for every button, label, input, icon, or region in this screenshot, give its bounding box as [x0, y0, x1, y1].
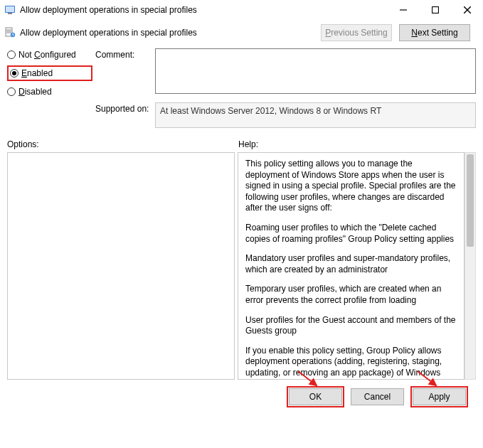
maximize-button[interactable] — [419, 0, 451, 20]
radio-disabled[interactable]: Disabled — [7, 87, 92, 97]
radio-label-not-configured: Not Configured — [18, 50, 76, 60]
cancel-button[interactable]: Cancel — [351, 388, 404, 405]
svg-rect-2 — [8, 13, 12, 14]
policy-icon — [4, 27, 16, 38]
radio-icon — [10, 69, 18, 78]
window-controls — [387, 0, 483, 20]
options-box — [7, 152, 235, 380]
scrollbar-thumb[interactable] — [467, 154, 474, 247]
radio-icon — [7, 50, 16, 59]
options-label: Options: — [7, 139, 238, 149]
apply-button[interactable]: Apply — [413, 388, 466, 405]
state-radio-group: Not Configured Enabled Disabled — [7, 48, 92, 97]
radio-label-disabled: Disabled — [18, 87, 52, 97]
minimize-button[interactable] — [387, 0, 419, 20]
svg-rect-4 — [432, 7, 438, 14]
radio-icon — [7, 87, 16, 96]
close-button[interactable] — [451, 0, 483, 20]
next-setting-button[interactable]: Next Setting — [399, 24, 470, 41]
help-paragraph: If you enable this policy setting, Group… — [245, 346, 457, 380]
supported-on-box: At least Windows Server 2012, Windows 8 … — [155, 102, 476, 128]
svg-rect-1 — [6, 6, 14, 12]
help-paragraph: This policy setting allows you to manage… — [245, 159, 457, 214]
policy-title: Allow deployment operations in special p… — [20, 28, 321, 38]
radio-enabled[interactable]: Enabled — [10, 68, 53, 78]
help-paragraph: Mandatory user profiles and super-mandat… — [245, 253, 457, 275]
app-icon — [4, 4, 16, 16]
comment-textarea[interactable] — [155, 48, 476, 94]
comment-label: Comment: — [95, 48, 152, 60]
nav-buttons: Previous Setting Next Setting — [321, 24, 470, 41]
help-paragraph: Temporary user profiles, which are creat… — [245, 284, 457, 306]
previous-setting-button: Previous Setting — [321, 24, 392, 41]
bottom-bar: OK Cancel Apply — [7, 380, 476, 405]
help-label: Help: — [238, 139, 476, 149]
highlight-enabled: Enabled — [7, 65, 92, 81]
help-box: This policy setting allows you to manage… — [238, 152, 465, 380]
radio-not-configured[interactable]: Not Configured — [7, 50, 92, 60]
titlebar: Allow deployment operations in special p… — [0, 0, 483, 20]
header-row: Allow deployment operations in special p… — [0, 20, 483, 48]
supported-on-label: Supported on: — [95, 102, 152, 114]
help-scrollbar[interactable] — [465, 152, 476, 380]
ok-button[interactable]: OK — [289, 388, 342, 405]
help-paragraph: User profiles for the Guest account and … — [245, 315, 457, 337]
window-title: Allow deployment operations in special p… — [20, 5, 387, 15]
radio-label-enabled: Enabled — [21, 68, 53, 78]
help-paragraph: Roaming user profiles to which the "Dele… — [245, 223, 457, 245]
